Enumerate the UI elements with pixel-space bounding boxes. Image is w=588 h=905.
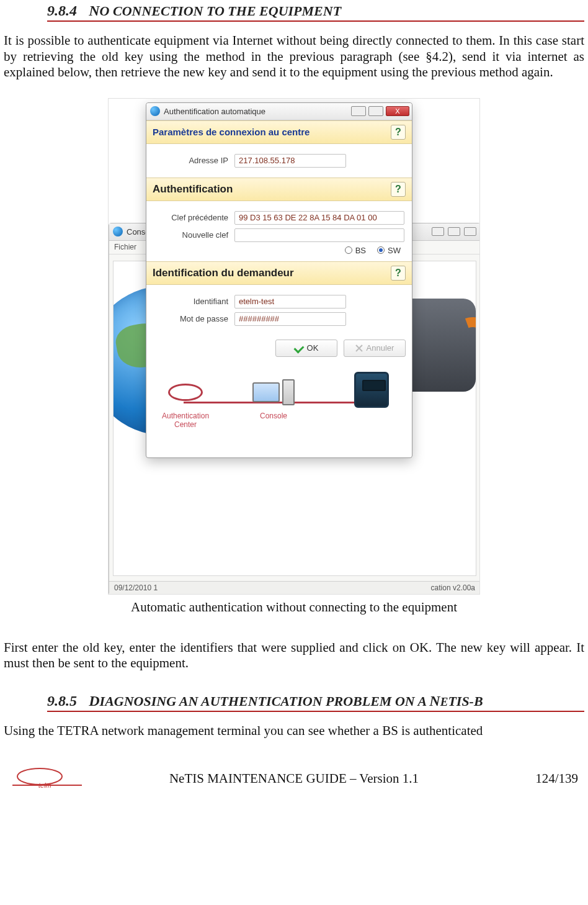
radio-icon	[377, 246, 385, 254]
section-auth: Authentification ?	[146, 178, 412, 201]
figure-caption: Automatic authentication without connect…	[4, 600, 584, 615]
section-heading-985: 9.8.5 DIAGNOSING AN AUTHENTICATION PROBL…	[47, 693, 584, 712]
radio-icon	[345, 246, 352, 254]
input-user[interactable]: etelm-test	[234, 295, 346, 308]
input-prev-key[interactable]: 99 D3 15 63 DE 22 8A 15 84 DA 01 00	[234, 211, 404, 225]
node-equipment	[350, 374, 393, 409]
help-icon[interactable]: ?	[391, 125, 406, 140]
node-console: Console	[252, 377, 295, 420]
section-label: Paramètres de connexion au centre	[153, 127, 310, 137]
section-title: DIAGNOSING AN AUTHENTICATION PROBLEM ON …	[89, 693, 483, 709]
section-connection: Paramètres de connexion au centre ?	[146, 120, 412, 144]
label-pass: Mot de passe	[154, 314, 228, 323]
status-right: cation v2.00a	[431, 583, 475, 592]
maximize-icon[interactable]	[448, 227, 460, 236]
input-new-key[interactable]	[234, 228, 404, 242]
topology-diagram: Authentication Center Console	[146, 364, 412, 457]
close-icon[interactable]: X	[386, 106, 409, 116]
label-ip: Adresse IP	[154, 156, 228, 165]
dialog-title: Authentification automatique	[164, 107, 265, 116]
check-icon	[293, 343, 304, 353]
minimize-icon[interactable]	[432, 227, 444, 236]
radio-sw[interactable]: SW	[377, 246, 401, 255]
auth-dialog: Authentification automatique X Paramètre…	[146, 102, 412, 458]
x-icon	[355, 344, 363, 352]
label-user: Identifiant	[154, 297, 228, 306]
help-icon[interactable]: ?	[391, 182, 406, 197]
ok-button[interactable]: OK	[275, 340, 337, 357]
equipment-icon	[354, 372, 389, 408]
status-bar: 09/12/2010 1 cation v2.00a	[109, 581, 480, 595]
app-icon	[150, 106, 160, 116]
radio-bs[interactable]: BS	[345, 246, 366, 255]
menu-fichier[interactable]: Fichier	[114, 243, 136, 251]
dialog-titlebar: Authentification automatique X	[146, 103, 412, 120]
cancel-button[interactable]: Annuler	[344, 340, 406, 357]
label-new-key: Nouvelle clef	[154, 230, 228, 240]
etelm-logo-icon	[164, 380, 207, 405]
close-icon[interactable]	[464, 227, 476, 236]
status-left: 09/12/2010 1	[114, 583, 158, 592]
node-auth-center: Authentication Center	[162, 377, 209, 429]
page-footer: telm NeTIS MAINTENANCE GUIDE – Version 1…	[4, 768, 584, 794]
section-identity: Identification du demandeur ?	[146, 261, 412, 285]
monitor-icon	[252, 382, 280, 402]
paragraph: Using the TETRA network management termi…	[4, 723, 584, 739]
help-icon[interactable]: ?	[391, 266, 406, 281]
label-prev-key: Clef précédente	[154, 213, 228, 222]
section-heading-984: 9.8.4 NO CONNECTION TO THE EQUIPMENT	[47, 2, 584, 22]
input-ip[interactable]: 217.108.55.178	[234, 154, 346, 168]
etelm-logo-icon: telm	[10, 768, 84, 790]
paragraph: First enter the old key, enter the ident…	[4, 640, 584, 672]
tower-icon	[282, 379, 295, 405]
radio-group: BS SW	[154, 246, 404, 255]
app-icon	[113, 227, 123, 236]
paragraph: It is possible to authenticate equipment…	[4, 33, 584, 81]
section-title: NO CONNECTION TO THE EQUIPMENT	[89, 3, 341, 19]
window-buttons	[432, 227, 476, 236]
screenshot-mock: Console d Fichier Ide	[108, 98, 480, 595]
minimize-icon[interactable]	[351, 106, 366, 116]
section-label: Authentification	[153, 183, 233, 196]
maximize-icon[interactable]	[368, 106, 383, 116]
section-label: Identification du demandeur	[153, 267, 294, 279]
page-number: 124/139	[504, 771, 578, 786]
svg-text:telm: telm	[38, 781, 51, 789]
input-pass[interactable]: #########	[234, 312, 346, 326]
section-number: 9.8.5	[47, 693, 77, 709]
footer-title: NeTIS MAINTENANCE GUIDE – Version 1.1	[84, 771, 504, 786]
figure: Console d Fichier Ide	[4, 98, 584, 615]
section-number: 9.8.4	[47, 2, 77, 19]
